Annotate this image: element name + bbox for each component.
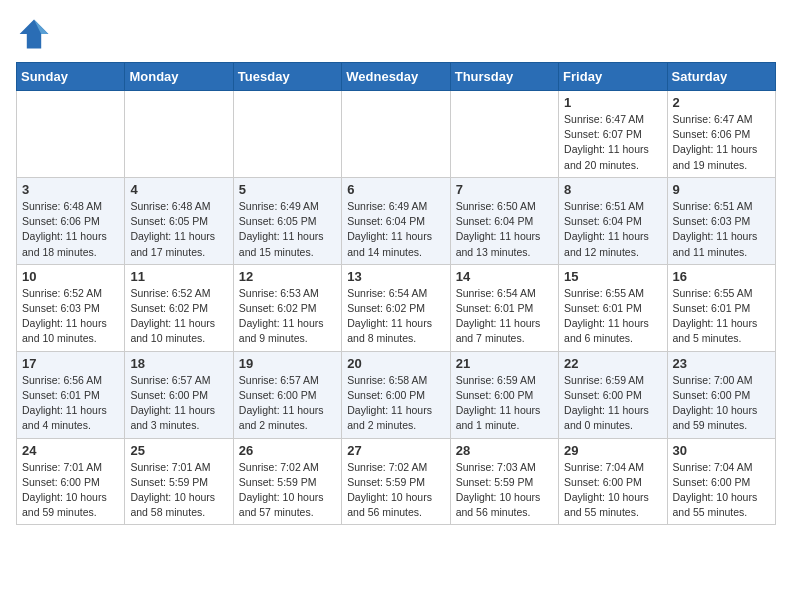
cell-content: Sunrise: 6:55 AMSunset: 6:01 PMDaylight:…	[673, 286, 770, 347]
day-number: 25	[130, 443, 227, 458]
cell-content: Sunrise: 6:53 AMSunset: 6:02 PMDaylight:…	[239, 286, 336, 347]
cell-content: Sunrise: 7:00 AMSunset: 6:00 PMDaylight:…	[673, 373, 770, 434]
calendar-cell: 1Sunrise: 6:47 AMSunset: 6:07 PMDaylight…	[559, 91, 667, 178]
day-number: 22	[564, 356, 661, 371]
day-number: 24	[22, 443, 119, 458]
calendar-header: SundayMondayTuesdayWednesdayThursdayFrid…	[17, 63, 776, 91]
weekday-header-tuesday: Tuesday	[233, 63, 341, 91]
cell-content: Sunrise: 7:02 AMSunset: 5:59 PMDaylight:…	[347, 460, 444, 521]
weekday-header-friday: Friday	[559, 63, 667, 91]
day-number: 8	[564, 182, 661, 197]
calendar-cell: 29Sunrise: 7:04 AMSunset: 6:00 PMDayligh…	[559, 438, 667, 525]
weekday-row: SundayMondayTuesdayWednesdayThursdayFrid…	[17, 63, 776, 91]
cell-content: Sunrise: 6:52 AMSunset: 6:03 PMDaylight:…	[22, 286, 119, 347]
day-number: 23	[673, 356, 770, 371]
calendar-table: SundayMondayTuesdayWednesdayThursdayFrid…	[16, 62, 776, 525]
cell-content: Sunrise: 6:49 AMSunset: 6:05 PMDaylight:…	[239, 199, 336, 260]
day-number: 27	[347, 443, 444, 458]
day-number: 12	[239, 269, 336, 284]
calendar-cell: 9Sunrise: 6:51 AMSunset: 6:03 PMDaylight…	[667, 177, 775, 264]
cell-content: Sunrise: 6:59 AMSunset: 6:00 PMDaylight:…	[564, 373, 661, 434]
cell-content: Sunrise: 6:47 AMSunset: 6:06 PMDaylight:…	[673, 112, 770, 173]
day-number: 19	[239, 356, 336, 371]
calendar-cell	[450, 91, 558, 178]
calendar-cell: 21Sunrise: 6:59 AMSunset: 6:00 PMDayligh…	[450, 351, 558, 438]
header	[16, 16, 776, 52]
cell-content: Sunrise: 6:57 AMSunset: 6:00 PMDaylight:…	[130, 373, 227, 434]
week-row-2: 3Sunrise: 6:48 AMSunset: 6:06 PMDaylight…	[17, 177, 776, 264]
day-number: 14	[456, 269, 553, 284]
day-number: 29	[564, 443, 661, 458]
cell-content: Sunrise: 7:02 AMSunset: 5:59 PMDaylight:…	[239, 460, 336, 521]
weekday-header-sunday: Sunday	[17, 63, 125, 91]
calendar-cell: 18Sunrise: 6:57 AMSunset: 6:00 PMDayligh…	[125, 351, 233, 438]
calendar-cell: 17Sunrise: 6:56 AMSunset: 6:01 PMDayligh…	[17, 351, 125, 438]
calendar-cell	[342, 91, 450, 178]
calendar-cell: 4Sunrise: 6:48 AMSunset: 6:05 PMDaylight…	[125, 177, 233, 264]
cell-content: Sunrise: 6:59 AMSunset: 6:00 PMDaylight:…	[456, 373, 553, 434]
cell-content: Sunrise: 7:03 AMSunset: 5:59 PMDaylight:…	[456, 460, 553, 521]
calendar-body: 1Sunrise: 6:47 AMSunset: 6:07 PMDaylight…	[17, 91, 776, 525]
cell-content: Sunrise: 7:04 AMSunset: 6:00 PMDaylight:…	[564, 460, 661, 521]
day-number: 5	[239, 182, 336, 197]
calendar-cell: 20Sunrise: 6:58 AMSunset: 6:00 PMDayligh…	[342, 351, 450, 438]
week-row-4: 17Sunrise: 6:56 AMSunset: 6:01 PMDayligh…	[17, 351, 776, 438]
cell-content: Sunrise: 6:48 AMSunset: 6:06 PMDaylight:…	[22, 199, 119, 260]
calendar-cell: 19Sunrise: 6:57 AMSunset: 6:00 PMDayligh…	[233, 351, 341, 438]
day-number: 30	[673, 443, 770, 458]
calendar-cell: 12Sunrise: 6:53 AMSunset: 6:02 PMDayligh…	[233, 264, 341, 351]
cell-content: Sunrise: 6:58 AMSunset: 6:00 PMDaylight:…	[347, 373, 444, 434]
calendar-cell: 30Sunrise: 7:04 AMSunset: 6:00 PMDayligh…	[667, 438, 775, 525]
cell-content: Sunrise: 7:01 AMSunset: 5:59 PMDaylight:…	[130, 460, 227, 521]
cell-content: Sunrise: 6:56 AMSunset: 6:01 PMDaylight:…	[22, 373, 119, 434]
day-number: 16	[673, 269, 770, 284]
calendar-cell: 6Sunrise: 6:49 AMSunset: 6:04 PMDaylight…	[342, 177, 450, 264]
day-number: 28	[456, 443, 553, 458]
day-number: 11	[130, 269, 227, 284]
day-number: 2	[673, 95, 770, 110]
cell-content: Sunrise: 6:50 AMSunset: 6:04 PMDaylight:…	[456, 199, 553, 260]
calendar-cell: 16Sunrise: 6:55 AMSunset: 6:01 PMDayligh…	[667, 264, 775, 351]
cell-content: Sunrise: 6:54 AMSunset: 6:02 PMDaylight:…	[347, 286, 444, 347]
cell-content: Sunrise: 6:57 AMSunset: 6:00 PMDaylight:…	[239, 373, 336, 434]
calendar-cell: 14Sunrise: 6:54 AMSunset: 6:01 PMDayligh…	[450, 264, 558, 351]
weekday-header-saturday: Saturday	[667, 63, 775, 91]
cell-content: Sunrise: 7:04 AMSunset: 6:00 PMDaylight:…	[673, 460, 770, 521]
calendar-cell: 8Sunrise: 6:51 AMSunset: 6:04 PMDaylight…	[559, 177, 667, 264]
day-number: 4	[130, 182, 227, 197]
day-number: 26	[239, 443, 336, 458]
calendar-cell: 13Sunrise: 6:54 AMSunset: 6:02 PMDayligh…	[342, 264, 450, 351]
calendar-cell: 22Sunrise: 6:59 AMSunset: 6:00 PMDayligh…	[559, 351, 667, 438]
day-number: 21	[456, 356, 553, 371]
weekday-header-wednesday: Wednesday	[342, 63, 450, 91]
calendar-cell: 10Sunrise: 6:52 AMSunset: 6:03 PMDayligh…	[17, 264, 125, 351]
day-number: 10	[22, 269, 119, 284]
calendar-cell	[233, 91, 341, 178]
day-number: 6	[347, 182, 444, 197]
cell-content: Sunrise: 6:47 AMSunset: 6:07 PMDaylight:…	[564, 112, 661, 173]
calendar-cell	[17, 91, 125, 178]
day-number: 3	[22, 182, 119, 197]
calendar-cell: 5Sunrise: 6:49 AMSunset: 6:05 PMDaylight…	[233, 177, 341, 264]
calendar-cell: 11Sunrise: 6:52 AMSunset: 6:02 PMDayligh…	[125, 264, 233, 351]
cell-content: Sunrise: 6:51 AMSunset: 6:04 PMDaylight:…	[564, 199, 661, 260]
day-number: 1	[564, 95, 661, 110]
day-number: 17	[22, 356, 119, 371]
day-number: 15	[564, 269, 661, 284]
logo	[16, 16, 58, 52]
calendar-cell: 28Sunrise: 7:03 AMSunset: 5:59 PMDayligh…	[450, 438, 558, 525]
calendar-cell: 23Sunrise: 7:00 AMSunset: 6:00 PMDayligh…	[667, 351, 775, 438]
week-row-5: 24Sunrise: 7:01 AMSunset: 6:00 PMDayligh…	[17, 438, 776, 525]
cell-content: Sunrise: 6:54 AMSunset: 6:01 PMDaylight:…	[456, 286, 553, 347]
cell-content: Sunrise: 7:01 AMSunset: 6:00 PMDaylight:…	[22, 460, 119, 521]
calendar-cell	[125, 91, 233, 178]
calendar-cell: 25Sunrise: 7:01 AMSunset: 5:59 PMDayligh…	[125, 438, 233, 525]
calendar-cell: 7Sunrise: 6:50 AMSunset: 6:04 PMDaylight…	[450, 177, 558, 264]
logo-icon	[16, 16, 52, 52]
cell-content: Sunrise: 6:51 AMSunset: 6:03 PMDaylight:…	[673, 199, 770, 260]
day-number: 7	[456, 182, 553, 197]
cell-content: Sunrise: 6:48 AMSunset: 6:05 PMDaylight:…	[130, 199, 227, 260]
day-number: 20	[347, 356, 444, 371]
week-row-3: 10Sunrise: 6:52 AMSunset: 6:03 PMDayligh…	[17, 264, 776, 351]
day-number: 13	[347, 269, 444, 284]
